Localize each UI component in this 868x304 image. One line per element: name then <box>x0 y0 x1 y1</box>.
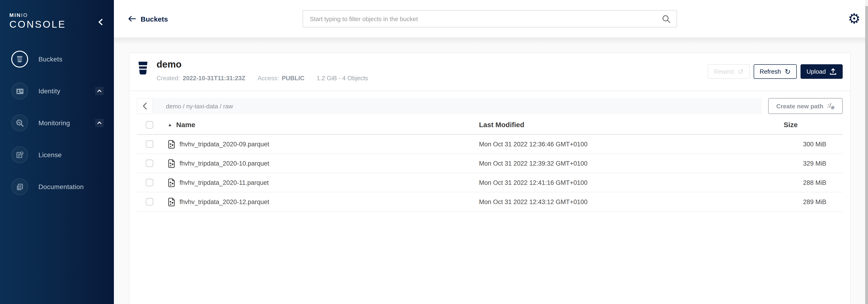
object-last-modified: Mon Oct 31 2022 12:41:16 GMT+0100 <box>479 179 727 186</box>
create-new-path-button[interactable]: Create new path :/⊕ <box>768 98 843 114</box>
row-checkbox[interactable] <box>146 179 153 186</box>
back-to-buckets[interactable]: Buckets <box>128 0 168 37</box>
table-row[interactable]: fhvhv_tripdata_2020-11.parquet Mon Oct 3… <box>137 173 843 192</box>
row-checkbox[interactable] <box>146 140 153 148</box>
identity-card-icon <box>11 83 28 100</box>
bucket-browser-card: demo Created: 2022-10-31T11:31:23Z Acces… <box>129 53 851 304</box>
bucket-usage-summary: 1.2 GiB - 4 Objects <box>317 75 368 82</box>
object-name: fhvhv_tripdata_2020-09.parquet <box>180 140 269 147</box>
column-header-size: Size <box>727 120 843 129</box>
object-name: fhvhv_tripdata_2020-10.parquet <box>180 160 269 167</box>
table-row[interactable]: fhvhv_tripdata_2020-12.parquet Mon Oct 3… <box>137 192 843 212</box>
sidebar: MINIO CONSOLE Buckets <box>0 0 114 304</box>
objects-table: ▲ Name Last Modified Size <box>137 115 843 212</box>
sidebar-item-label: License <box>38 151 62 159</box>
column-header-name[interactable]: ▲ Name <box>168 120 479 129</box>
search-icon <box>662 14 671 23</box>
refresh-icon: ↻ <box>784 68 790 75</box>
object-file-icon <box>168 178 176 187</box>
path-row: demo / ny-taxi-data / raw Create new pat… <box>137 98 843 114</box>
sidebar-item-label: Identity <box>38 87 60 95</box>
documentation-book-icon <box>11 178 28 195</box>
breadcrumb-path: demo / ny-taxi-data / raw <box>166 103 233 110</box>
bucket-metadata: Created: 2022-10-31T11:31:23Z Access: PU… <box>157 75 368 82</box>
created-value: 2022-10-31T11:31:23Z <box>183 75 245 82</box>
search-input[interactable] <box>303 11 662 27</box>
chevron-up-icon[interactable] <box>95 87 103 95</box>
bucket-name: demo <box>157 59 182 70</box>
section-divider <box>129 90 850 91</box>
object-size: 289 MiB <box>727 198 843 205</box>
page-title: Buckets <box>141 15 168 23</box>
access-label: Access: <box>257 75 279 82</box>
bucket-icon <box>11 51 28 67</box>
object-size: 300 MiB <box>727 140 843 147</box>
table-header-row: ▲ Name Last Modified Size <box>137 115 843 135</box>
path-back-button[interactable] <box>137 98 153 114</box>
sidebar-item-monitoring[interactable]: Monitoring <box>0 113 114 132</box>
arrow-left-icon <box>128 16 136 22</box>
top-header: Buckets ⚙ <box>114 0 868 37</box>
object-file-icon <box>168 197 176 206</box>
breadcrumb[interactable]: demo / ny-taxi-data / raw <box>153 98 762 114</box>
sidebar-item-license[interactable]: License <box>0 145 114 164</box>
object-last-modified: Mon Oct 31 2022 12:43:12 GMT+0100 <box>479 198 727 205</box>
sidebar-item-buckets[interactable]: Buckets <box>0 50 114 68</box>
chevron-left-icon <box>142 102 148 110</box>
vertical-scrollbar <box>865 0 868 304</box>
sidebar-item-label: Monitoring <box>38 119 70 127</box>
sort-ascending-icon: ▲ <box>168 122 172 127</box>
table-row[interactable]: fhvhv_tripdata_2020-10.parquet Mon Oct 3… <box>137 154 843 173</box>
minio-console-app: MINIO CONSOLE Buckets <box>0 0 868 304</box>
table-row[interactable]: fhvhv_tripdata_2020-09.parquet Mon Oct 3… <box>137 135 843 154</box>
license-document-icon <box>11 146 28 163</box>
object-filter-search <box>302 10 677 28</box>
access-value: PUBLIC <box>282 75 304 82</box>
object-last-modified: Mon Oct 31 2022 12:39:32 GMT+0100 <box>479 160 727 167</box>
chevron-up-icon[interactable] <box>95 119 103 127</box>
logo-console-text: CONSOLE <box>9 19 66 30</box>
object-name: fhvhv_tripdata_2020-11.parquet <box>180 179 269 186</box>
sidebar-menu: Buckets Identity <box>0 50 114 209</box>
create-path-icon: :/⊕ <box>827 102 835 110</box>
column-header-last-modified: Last Modified <box>479 120 727 129</box>
sidebar-collapse-icon[interactable] <box>97 18 105 26</box>
object-size: 288 MiB <box>727 179 843 186</box>
bucket-icon <box>137 61 149 75</box>
row-checkbox[interactable] <box>146 198 153 205</box>
header-shadow <box>114 38 868 44</box>
sidebar-item-label: Buckets <box>38 55 62 63</box>
rewind-icon: ↺ <box>738 68 744 75</box>
object-name: fhvhv_tripdata_2020-12.parquet <box>180 198 269 205</box>
upload-button[interactable]: Upload <box>801 64 843 79</box>
sidebar-item-identity[interactable]: Identity <box>0 82 114 101</box>
object-file-icon <box>168 159 176 168</box>
select-all-checkbox[interactable] <box>146 121 153 128</box>
gear-icon[interactable]: ⚙ <box>848 0 861 37</box>
sidebar-item-documentation[interactable]: Documentation <box>0 177 114 196</box>
bucket-actions: Rewind ↺ Refresh ↻ Upload <box>708 64 843 79</box>
rewind-button[interactable]: Rewind ↺ <box>708 64 750 79</box>
created-label: Created: <box>157 75 180 82</box>
object-size: 329 MiB <box>727 160 843 167</box>
minio-console-logo: MINIO CONSOLE <box>9 12 66 30</box>
row-checkbox[interactable] <box>146 160 153 167</box>
upload-icon <box>830 68 837 75</box>
refresh-button[interactable]: Refresh ↻ <box>753 64 797 79</box>
object-last-modified: Mon Oct 31 2022 12:36:46 GMT+0100 <box>479 140 727 147</box>
logo-minio-text: MINIO <box>9 12 66 18</box>
scrollbar-thumb[interactable] <box>865 6 868 304</box>
monitoring-magnifier-icon <box>11 114 28 131</box>
object-file-icon <box>168 140 176 148</box>
sidebar-item-label: Documentation <box>38 183 84 191</box>
